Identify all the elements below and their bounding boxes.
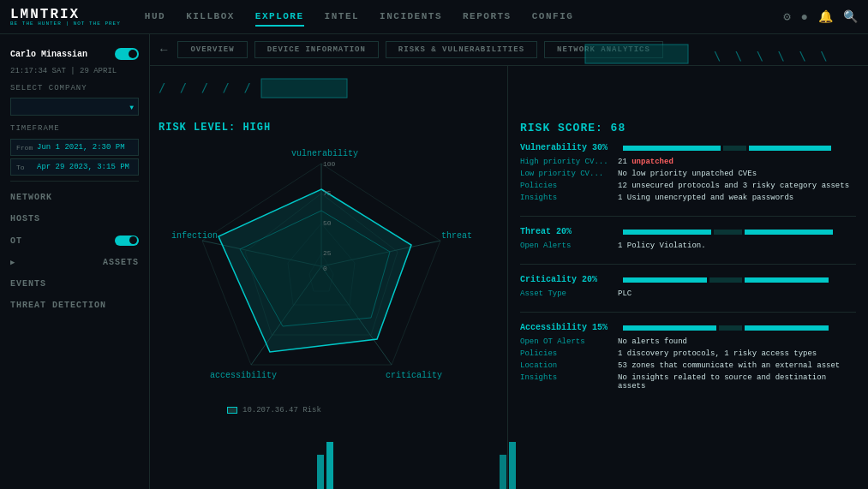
search-icon[interactable]: 🔍 bbox=[843, 9, 858, 24]
low-cv-key: Low priority CV... bbox=[520, 170, 614, 178]
sidebar-item-network[interactable]: NETWORK bbox=[0, 187, 149, 208]
to-date-field[interactable]: To Apr 29 2023, 3:15 PM bbox=[10, 158, 139, 176]
sidebar-item-hosts[interactable]: HOSTS bbox=[0, 208, 149, 230]
axis-criticality: criticality bbox=[386, 371, 442, 380]
accessibility-title: Accessibility 15% bbox=[520, 323, 614, 332]
score-section-vulnerability: Vulnerability 30% High priority CV... 21… bbox=[520, 143, 856, 217]
nav-hud[interactable]: HUD bbox=[145, 8, 165, 27]
sidebar: Carlo Minassian 21:17:34 SAT | 29 APRIL … bbox=[0, 34, 150, 489]
chart-legend: 10.207.36.47 Risk bbox=[159, 406, 499, 414]
high-cv-value: 21 unpatched bbox=[618, 158, 856, 166]
threat-bar-3 bbox=[745, 230, 833, 235]
acc-bar-1 bbox=[623, 325, 716, 331]
timeframe-label: TIMEFRAME bbox=[0, 117, 149, 136]
vuln-bar-1 bbox=[623, 146, 721, 151]
score-section-criticality: Criticality 20% Asset Type PLC bbox=[520, 275, 856, 313]
axis-accessibility: accessibility bbox=[210, 371, 277, 380]
sidebar-item-threat-detection[interactable]: THREAT DETECTION bbox=[0, 295, 149, 316]
ot-alerts-key: Open OT Alerts bbox=[520, 337, 614, 346]
layout: Carlo Minassian 21:17:34 SAT | 29 APRIL … bbox=[0, 34, 868, 489]
tab-overview[interactable]: OVERVIEW bbox=[177, 41, 247, 58]
acc-policies-value: 1 discovery protocols, 1 risky access ty… bbox=[618, 349, 856, 358]
threat-title: Threat 20% bbox=[520, 227, 614, 236]
from-value: Jun 1 2021, 2:30 PM bbox=[37, 143, 125, 152]
sidebar-item-events[interactable]: EVENTS bbox=[0, 273, 149, 295]
nav-intel[interactable]: INTEL bbox=[325, 8, 360, 27]
settings-icon[interactable]: ⚙ bbox=[783, 9, 790, 24]
sidebar-item-assets[interactable]: ▶ ASSETS bbox=[0, 252, 149, 273]
to-label: To bbox=[16, 164, 33, 171]
back-button[interactable]: ← bbox=[160, 43, 167, 57]
risk-score-title: RISK SCORE: 68 bbox=[520, 122, 856, 134]
logo-main: LMNTRIX bbox=[10, 8, 121, 21]
vuln-row-low-cv: Low priority CV... No low priority unpat… bbox=[520, 170, 856, 178]
risk-level: RISK LEVEL: HIGH bbox=[159, 122, 499, 134]
acc-row-policies: Policies 1 discovery protocols, 1 risky … bbox=[520, 349, 856, 358]
nav-config[interactable]: CONFIG bbox=[532, 8, 574, 27]
chart-panel: / / / / / / RISK LEVEL: HIGH .axis-label… bbox=[150, 66, 508, 489]
acc-bar-3 bbox=[745, 325, 829, 331]
vuln-insights-value: 1 Using unencrypted and weak passwords bbox=[618, 194, 856, 202]
from-date-field[interactable]: From Jun 1 2021, 2:30 PM bbox=[10, 139, 139, 156]
sidebar-item-ot[interactable]: OT bbox=[0, 230, 149, 252]
axis-threat: threat bbox=[441, 231, 472, 241]
vuln-insights-key: Insights bbox=[520, 194, 614, 202]
bell-icon[interactable]: 🔔 bbox=[818, 9, 833, 24]
nav-bar: HUD KILLBOX EXPLORE INTEL INCIDENTS REPO… bbox=[145, 8, 766, 27]
acc-insights-value: No insights related to source and destin… bbox=[618, 373, 856, 391]
ot-alerts-value: No alerts found bbox=[618, 337, 856, 346]
nav-explore[interactable]: EXPLORE bbox=[255, 8, 304, 27]
chart-content: RISK LEVEL: HIGH .axis-label { fill: #00… bbox=[159, 122, 499, 414]
arrow-right-icon: ▶ bbox=[10, 258, 15, 267]
crit-bar-1 bbox=[623, 277, 707, 283]
threat-bar-1 bbox=[623, 230, 711, 235]
acc-location-value: 53 zones that communicate with an extern… bbox=[618, 361, 856, 370]
select-company-label: SELECT COMPANY bbox=[0, 77, 149, 96]
legend-text: 10.207.36.47 Risk bbox=[242, 406, 321, 414]
svg-text:75: 75 bbox=[323, 189, 332, 197]
company-select[interactable] bbox=[10, 98, 139, 116]
acc-insights-key: Insights bbox=[520, 373, 614, 391]
score-vbars-deco bbox=[508, 442, 516, 489]
from-label: From bbox=[16, 144, 33, 152]
axis-vulnerability: vulnerability bbox=[291, 149, 358, 158]
criticality-header: Criticality 20% bbox=[520, 275, 856, 284]
user-toggle[interactable] bbox=[115, 48, 139, 60]
score-content: RISK SCORE: 68 Vulnerability 30% bbox=[520, 122, 856, 404]
svg-text:50: 50 bbox=[323, 219, 332, 227]
axis-infection: infection bbox=[171, 231, 218, 241]
threat-row-alerts: Open Alerts 1 Policy Violation. bbox=[520, 242, 856, 250]
criticality-row-asset: Asset Type PLC bbox=[520, 289, 856, 298]
acc-row-ot-alerts: Open OT Alerts No alerts found bbox=[520, 337, 856, 346]
accessibility-header: Accessibility 15% bbox=[520, 323, 856, 332]
vuln-row-insights: Insights 1 Using unencrypted and weak pa… bbox=[520, 194, 856, 202]
tab-device-information[interactable]: DEVICE INFORMATION bbox=[254, 41, 379, 58]
crit-bar-2 bbox=[709, 277, 742, 283]
score-section-threat: Threat 20% Open Alerts 1 Policy Violatio… bbox=[520, 227, 856, 265]
deco-top-left: / / / / / / bbox=[150, 66, 476, 109]
asset-type-value: PLC bbox=[618, 289, 856, 298]
vuln-bar-2 bbox=[723, 146, 746, 151]
nav-incidents[interactable]: INCIDENTS bbox=[380, 8, 442, 27]
main-content: ← OVERVIEW DEVICE INFORMATION RISKS & VU… bbox=[150, 34, 868, 489]
asset-type-key: Asset Type bbox=[520, 289, 614, 298]
ot-toggle[interactable] bbox=[115, 236, 139, 246]
vuln-row-policies: Policies 12 unsecured protocols and 3 ri… bbox=[520, 182, 856, 190]
vbar-1 bbox=[317, 455, 324, 489]
legend-box bbox=[227, 407, 237, 414]
criticality-bar bbox=[623, 277, 856, 283]
nav-icons: ⚙ ● 🔔 🔍 bbox=[783, 9, 858, 24]
tab-risks-vulnerabilities[interactable]: RISKS & VULNERABILITIES bbox=[386, 41, 537, 58]
vuln-bar-3 bbox=[749, 146, 830, 151]
low-cv-value: No low priority unpatched CVEs bbox=[618, 170, 856, 178]
sidebar-user: Carlo Minassian bbox=[0, 43, 149, 65]
svg-text:100: 100 bbox=[323, 160, 336, 168]
company-select-wrapper: ▼ bbox=[10, 98, 139, 116]
nav-killbox[interactable]: KILLBOX bbox=[186, 8, 235, 27]
svg-text:25: 25 bbox=[323, 249, 332, 257]
nav-reports[interactable]: REPORTS bbox=[463, 8, 512, 27]
logo: LMNTRIX BE THE HUNTER | NOT THE PREY bbox=[10, 8, 121, 27]
acc-row-insights: Insights No insights related to source a… bbox=[520, 373, 856, 391]
user-icon[interactable]: ● bbox=[801, 10, 808, 24]
vertical-bars-deco bbox=[317, 442, 333, 489]
